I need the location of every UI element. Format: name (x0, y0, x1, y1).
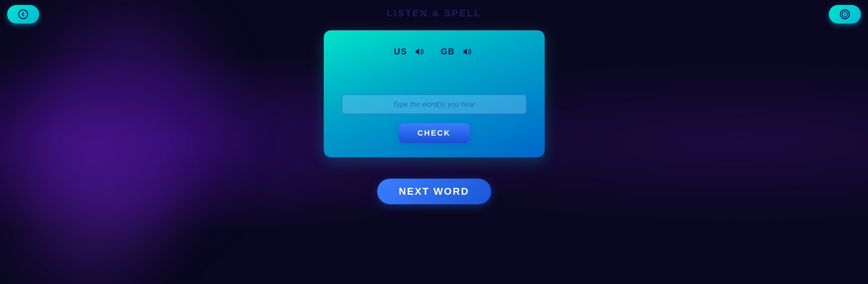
us-label: US (394, 47, 407, 57)
check-button[interactable]: CHECK (399, 123, 470, 143)
info-icon (840, 9, 850, 19)
spell-input[interactable] (342, 94, 527, 114)
gb-label: GB (441, 47, 455, 57)
next-word-button[interactable]: NEXT WORD (377, 179, 491, 204)
audio-controls: US GB (394, 44, 474, 59)
info-button[interactable] (829, 5, 861, 23)
us-speaker-button[interactable] (412, 44, 426, 59)
us-speaker-icon (414, 46, 425, 57)
gb-speaker-icon (461, 46, 473, 57)
page-title: LISTEN & SPELL (387, 8, 481, 19)
page-wrapper: LISTEN & SPELL US (0, 0, 868, 284)
svg-point-2 (844, 13, 845, 14)
back-button[interactable] (7, 5, 39, 23)
gb-audio-group: GB (441, 44, 474, 59)
svg-rect-1 (844, 14, 845, 16)
back-arrow-icon (18, 9, 28, 19)
main-card: US GB (324, 30, 545, 157)
header: LISTEN & SPELL (0, 0, 868, 27)
us-audio-group: US (394, 44, 426, 59)
gb-speaker-button[interactable] (460, 44, 474, 59)
